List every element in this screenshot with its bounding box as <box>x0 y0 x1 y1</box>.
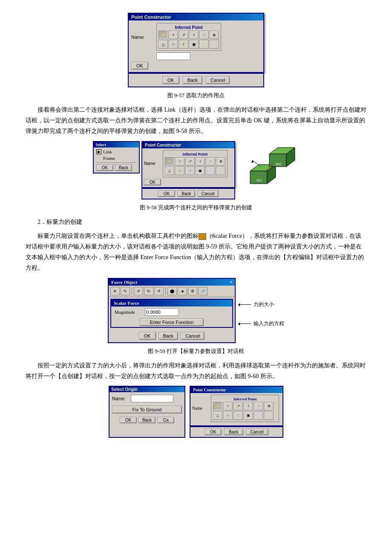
fig58-pc-ok[interactable]: OK <box>144 179 161 185</box>
fig57-ok-btn[interactable]: OK <box>131 62 148 69</box>
fig60-name-label: Name <box>112 396 129 401</box>
arrow-fn <box>236 322 240 326</box>
fig59-annotated: Force Object × ≋ ✎ ↺ ↻ ↺ ⬤ ◈ ⚙ 🔗 <box>108 278 284 343</box>
fig59-tool7[interactable]: ◈ <box>178 287 187 295</box>
icon-empty2 <box>210 40 219 49</box>
icon-plus[interactable]: + <box>169 31 178 39</box>
paragraph1: 接着将会弹出第二个连接对象选择对话框，选择 Link（连杆）选项，在弹出的对话框… <box>26 104 366 137</box>
name-label: Name <box>131 35 155 40</box>
fig60-icon-lightning[interactable]: ⚡ <box>213 402 222 410</box>
fig59-back[interactable]: Back <box>159 332 178 340</box>
fig58-name-label: Name <box>144 161 161 166</box>
fig58-icon-lightning[interactable]: ⚡ <box>165 157 174 166</box>
fig60-btn-row: OK Back Ca <box>112 417 182 423</box>
fig60-name-row: Name <box>112 395 182 402</box>
fig60-icon-wave[interactable]: ⌇ <box>244 402 253 410</box>
arrow-line-fn <box>238 324 251 324</box>
fig60-left-title: Select Origin <box>110 387 184 392</box>
fig60-icon-up[interactable]: ↑ <box>254 402 263 410</box>
fig57-cancel-btn[interactable]: Cancel <box>206 76 230 84</box>
fig58-cancel-b2[interactable]: Cancel <box>198 191 219 197</box>
fig60-right-bottom-btns: OK Back Cancel <box>190 426 283 438</box>
fix-to-ground-btn[interactable]: Fix To Ground <box>112 406 182 413</box>
fig59-tool5[interactable]: ↺ <box>154 287 164 295</box>
fig60-back[interactable]: Back <box>138 417 156 423</box>
fig58-icon-wave[interactable]: ⌇ <box>196 157 205 166</box>
fig60-icon-tri[interactable]: △ <box>213 411 222 420</box>
svg-text:001: 001 <box>257 178 262 182</box>
section2-heading: 2．标量力的创建 <box>37 217 366 227</box>
icon-slash[interactable]: / <box>179 40 188 49</box>
fig60-cancel-partial[interactable]: Ca <box>157 417 174 423</box>
fig58-inferred-label: Inferred Point <box>165 152 225 156</box>
icon-arrow-curve[interactable]: ↗ <box>179 31 188 39</box>
name-input[interactable] <box>156 52 190 60</box>
link-arrow-icon: ▶ <box>96 149 101 154</box>
fig60-icon-circ[interactable]: ○ <box>223 411 233 420</box>
cube1: 001 <box>250 165 276 184</box>
fig60-icon-e2 <box>264 411 274 420</box>
fig58-icon-tri[interactable]: △ <box>165 167 174 175</box>
fig57-wrapper: Point Constructor Name Inferred Point ⚡ … <box>26 13 366 87</box>
icon-lightning[interactable]: ⚡ <box>159 31 168 39</box>
fig60-icon-slash[interactable]: / <box>233 411 243 420</box>
fig58-bottom-btns: OK Back Cancel <box>141 188 235 199</box>
fig60-ok[interactable]: OK <box>120 417 137 423</box>
link-frame-body: ▶ Link Frame OK Back <box>94 147 139 173</box>
fig59-wrapper: Force Object × ≋ ✎ ↺ ↻ ↺ ⬤ ◈ ⚙ 🔗 <box>26 278 366 343</box>
magnitude-input[interactable] <box>145 308 179 316</box>
fig60-left-body: Name Fix To Ground OK Back Ca <box>110 392 184 426</box>
fig58-ok-b2[interactable]: OK <box>158 191 175 197</box>
fig60-back2[interactable]: Back <box>224 429 243 435</box>
arrow-mag <box>236 303 240 306</box>
fig60-icon-oplus[interactable]: ⊕ <box>264 402 274 410</box>
icon-circle-plus[interactable]: ⊕ <box>210 31 219 39</box>
fig57-dialog-title: Point Constructor <box>129 14 263 20</box>
fig59-tool9[interactable]: 🔗 <box>198 287 208 295</box>
fig58-icon-rect[interactable]: ▣ <box>196 167 205 175</box>
fig60-name-input[interactable] <box>131 395 173 402</box>
fig59-tool6[interactable]: ⬤ <box>167 287 177 295</box>
icon-wave[interactable]: ⌇ <box>189 31 199 39</box>
paragraph2: 标量力只能设置在两个连杆上，单击机构载荷工具栏中的图标✎（Scalar Forc… <box>26 231 366 274</box>
icon-circle[interactable]: ○ <box>169 40 178 49</box>
fig60-cancel2[interactable]: Cancel <box>246 429 268 435</box>
fig60-pc-body: Name Inferred Point ⚡ + ↗ ⌇ ↑ ⊕ △ <box>190 393 282 425</box>
fig58-left-dialogs: Select ▶ Link Frame OK Back <box>93 141 235 199</box>
fig59-tool8[interactable]: ⚙ <box>188 287 197 295</box>
icon-screen[interactable]: ▣ <box>189 40 199 49</box>
fig59-force-dialog: Force Object × ≋ ✎ ↺ ↻ ↺ ⬤ ◈ ⚙ 🔗 <box>108 278 236 343</box>
fig60-icon-rect[interactable]: ▣ <box>244 411 253 420</box>
fig58-icon-circ[interactable]: ○ <box>175 167 184 175</box>
fig59-tool1[interactable]: ≋ <box>110 287 120 295</box>
link-frame-btns: OK Back <box>96 165 136 171</box>
fig58-icon-slash[interactable]: / <box>185 167 195 175</box>
paragraph3: 按照一定的方式设置了力的大小后，将弹出力的作用对象选择对话框，利用选择球选取第一… <box>26 360 366 382</box>
fig59-cancel[interactable]: Cancel <box>181 332 205 340</box>
fig59-close-x[interactable]: × <box>230 280 232 284</box>
fig58-icon-oplus[interactable]: ⊕ <box>216 157 225 166</box>
fig59-tool4[interactable]: ↻ <box>144 287 153 295</box>
fig59-tool2[interactable]: ✎ <box>121 287 130 295</box>
icon-triangle[interactable]: △ <box>159 40 168 49</box>
fig60-ok2[interactable]: OK <box>205 429 222 435</box>
fig59-ok[interactable]: OK <box>139 332 156 340</box>
fig58-back-btn[interactable]: Back <box>115 165 132 171</box>
fig60-icon-plus[interactable]: + <box>223 402 233 410</box>
fig58-icon-plus[interactable]: + <box>175 157 184 166</box>
fig59-tool3[interactable]: ↺ <box>134 287 143 295</box>
fig58-icon-curve[interactable]: ↗ <box>185 157 195 166</box>
fig57-ok-bottom[interactable]: OK <box>162 76 179 84</box>
inferred-label: Inferred Point <box>159 25 219 30</box>
fig60-icon-curve[interactable]: ↗ <box>233 402 243 410</box>
enter-force-fn-btn[interactable]: Enter Force Function <box>140 318 204 326</box>
fig58-ok-btn[interactable]: OK <box>96 165 113 171</box>
fig58-icon-up[interactable]: ↑ <box>206 157 215 166</box>
fig58-back-b2[interactable]: Back <box>178 191 195 197</box>
fig59-annotations: 力的大小 输入力的方程 <box>238 278 284 329</box>
annotation-magnitude-row: 力的大小 <box>238 300 284 309</box>
link-frame-title: Select <box>94 142 139 147</box>
fig60-fix-to-ground-row: Fix To Ground <box>112 405 182 414</box>
fig57-back-btn[interactable]: Back <box>183 76 202 84</box>
icon-arrow-up[interactable]: ↑ <box>199 31 209 39</box>
